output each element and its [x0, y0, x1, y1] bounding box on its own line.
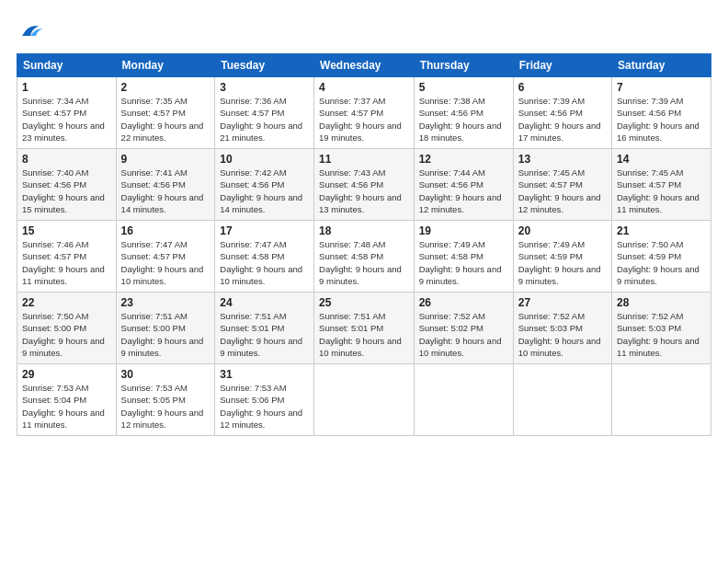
day-number: 5 — [419, 81, 508, 94]
day-number: 14 — [617, 153, 706, 166]
day-info: Sunrise: 7:51 AMSunset: 5:00 PMDaylight:… — [121, 311, 204, 358]
day-number: 25 — [319, 296, 409, 309]
day-info: Sunrise: 7:53 AMSunset: 5:05 PMDaylight:… — [121, 383, 204, 430]
day-number: 1 — [22, 81, 111, 94]
day-number: 17 — [220, 224, 309, 237]
day-info: Sunrise: 7:47 AMSunset: 4:58 PMDaylight:… — [220, 239, 302, 286]
calendar-week-row: 1 Sunrise: 7:34 AMSunset: 4:57 PMDayligh… — [17, 77, 711, 149]
calendar-day-cell: 8 Sunrise: 7:40 AMSunset: 4:56 PMDayligh… — [17, 149, 117, 221]
calendar-day-cell: 21 Sunrise: 7:50 AMSunset: 4:59 PMDaylig… — [612, 221, 711, 293]
day-info: Sunrise: 7:45 AMSunset: 4:57 PMDaylight:… — [617, 167, 700, 214]
day-info: Sunrise: 7:35 AMSunset: 4:57 PMDaylight:… — [121, 96, 204, 143]
day-info: Sunrise: 7:46 AMSunset: 4:57 PMDaylight:… — [22, 239, 105, 286]
calendar-day-cell: 22 Sunrise: 7:50 AMSunset: 5:00 PMDaylig… — [17, 293, 117, 364]
day-info: Sunrise: 7:45 AMSunset: 4:57 PMDaylight:… — [518, 167, 601, 214]
calendar-day-cell: 26 Sunrise: 7:52 AMSunset: 5:02 PMDaylig… — [414, 293, 513, 364]
day-info: Sunrise: 7:48 AMSunset: 4:58 PMDaylight:… — [319, 239, 402, 286]
logo — [17, 17, 48, 44]
day-number: 11 — [319, 153, 409, 166]
calendar-day-cell: 30 Sunrise: 7:53 AMSunset: 5:05 PMDaylig… — [116, 364, 215, 436]
day-number: 29 — [22, 368, 111, 381]
calendar-week-row: 22 Sunrise: 7:50 AMSunset: 5:00 PMDaylig… — [17, 293, 711, 364]
header — [17, 17, 711, 44]
day-info: Sunrise: 7:52 AMSunset: 5:03 PMDaylight:… — [617, 311, 700, 358]
day-number: 10 — [220, 153, 309, 166]
calendar-day-cell: 10 Sunrise: 7:42 AMSunset: 4:56 PMDaylig… — [215, 149, 314, 221]
calendar-day-cell: 17 Sunrise: 7:47 AMSunset: 4:58 PMDaylig… — [215, 221, 314, 293]
calendar-table: SundayMondayTuesdayWednesdayThursdayFrid… — [17, 53, 711, 436]
day-number: 21 — [617, 224, 706, 237]
day-number: 13 — [518, 153, 607, 166]
day-info: Sunrise: 7:40 AMSunset: 4:56 PMDaylight:… — [22, 167, 105, 214]
calendar-day-cell: 13 Sunrise: 7:45 AMSunset: 4:57 PMDaylig… — [513, 149, 611, 221]
day-number: 18 — [319, 224, 409, 237]
day-info: Sunrise: 7:38 AMSunset: 4:56 PMDaylight:… — [419, 96, 502, 143]
day-info: Sunrise: 7:39 AMSunset: 4:56 PMDaylight:… — [518, 96, 601, 143]
calendar-day-cell: 27 Sunrise: 7:52 AMSunset: 5:03 PMDaylig… — [513, 293, 611, 364]
weekday-header-cell: Thursday — [414, 54, 513, 77]
day-info: Sunrise: 7:51 AMSunset: 5:01 PMDaylight:… — [220, 311, 302, 358]
calendar-day-cell: 25 Sunrise: 7:51 AMSunset: 5:01 PMDaylig… — [314, 293, 415, 364]
calendar-day-cell: 3 Sunrise: 7:36 AMSunset: 4:57 PMDayligh… — [215, 77, 314, 149]
calendar-day-cell: 1 Sunrise: 7:34 AMSunset: 4:57 PMDayligh… — [17, 77, 117, 149]
day-info: Sunrise: 7:36 AMSunset: 4:57 PMDaylight:… — [220, 96, 302, 143]
day-number: 28 — [617, 296, 706, 309]
page: SundayMondayTuesdayWednesdayThursdayFrid… — [0, 0, 728, 563]
day-info: Sunrise: 7:41 AMSunset: 4:56 PMDaylight:… — [121, 167, 204, 214]
weekday-header-cell: Sunday — [17, 54, 117, 77]
day-number: 23 — [121, 296, 210, 309]
calendar-day-cell: 19 Sunrise: 7:49 AMSunset: 4:58 PMDaylig… — [414, 221, 513, 293]
calendar-day-cell — [314, 364, 415, 436]
calendar-day-cell: 4 Sunrise: 7:37 AMSunset: 4:57 PMDayligh… — [314, 77, 415, 149]
day-info: Sunrise: 7:53 AMSunset: 5:06 PMDaylight:… — [220, 383, 302, 430]
day-info: Sunrise: 7:51 AMSunset: 5:01 PMDaylight:… — [319, 311, 402, 358]
calendar-day-cell — [612, 364, 711, 436]
calendar-day-cell: 24 Sunrise: 7:51 AMSunset: 5:01 PMDaylig… — [215, 293, 314, 364]
weekday-header-cell: Monday — [116, 54, 215, 77]
day-info: Sunrise: 7:34 AMSunset: 4:57 PMDaylight:… — [22, 96, 105, 143]
calendar-day-cell — [414, 364, 513, 436]
day-number: 8 — [22, 153, 111, 166]
day-number: 4 — [319, 81, 409, 94]
day-number: 24 — [220, 296, 309, 309]
day-info: Sunrise: 7:49 AMSunset: 4:58 PMDaylight:… — [419, 239, 502, 286]
calendar-day-cell: 11 Sunrise: 7:43 AMSunset: 4:56 PMDaylig… — [314, 149, 415, 221]
day-number: 6 — [518, 81, 607, 94]
day-number: 7 — [617, 81, 706, 94]
calendar-day-cell: 9 Sunrise: 7:41 AMSunset: 4:56 PMDayligh… — [116, 149, 215, 221]
calendar-day-cell: 16 Sunrise: 7:47 AMSunset: 4:57 PMDaylig… — [116, 221, 215, 293]
day-info: Sunrise: 7:44 AMSunset: 4:56 PMDaylight:… — [419, 167, 502, 214]
calendar-day-cell: 6 Sunrise: 7:39 AMSunset: 4:56 PMDayligh… — [513, 77, 611, 149]
calendar-day-cell: 2 Sunrise: 7:35 AMSunset: 4:57 PMDayligh… — [116, 77, 215, 149]
day-info: Sunrise: 7:39 AMSunset: 4:56 PMDaylight:… — [617, 96, 700, 143]
calendar-day-cell: 5 Sunrise: 7:38 AMSunset: 4:56 PMDayligh… — [414, 77, 513, 149]
day-number: 22 — [22, 296, 111, 309]
day-number: 15 — [22, 224, 111, 237]
calendar-week-row: 15 Sunrise: 7:46 AMSunset: 4:57 PMDaylig… — [17, 221, 711, 293]
logo-icon — [17, 17, 44, 44]
day-info: Sunrise: 7:50 AMSunset: 5:00 PMDaylight:… — [22, 311, 105, 358]
weekday-header-cell: Tuesday — [215, 54, 314, 77]
day-info: Sunrise: 7:52 AMSunset: 5:02 PMDaylight:… — [419, 311, 502, 358]
calendar-day-cell: 7 Sunrise: 7:39 AMSunset: 4:56 PMDayligh… — [612, 77, 711, 149]
calendar-week-row: 8 Sunrise: 7:40 AMSunset: 4:56 PMDayligh… — [17, 149, 711, 221]
calendar-day-cell — [513, 364, 611, 436]
calendar-day-cell: 20 Sunrise: 7:49 AMSunset: 4:59 PMDaylig… — [513, 221, 611, 293]
day-info: Sunrise: 7:53 AMSunset: 5:04 PMDaylight:… — [22, 383, 105, 430]
day-number: 16 — [121, 224, 210, 237]
day-info: Sunrise: 7:50 AMSunset: 4:59 PMDaylight:… — [617, 239, 700, 286]
weekday-header-cell: Friday — [513, 54, 611, 77]
day-number: 20 — [518, 224, 607, 237]
calendar-day-cell: 29 Sunrise: 7:53 AMSunset: 5:04 PMDaylig… — [17, 364, 117, 436]
calendar-week-row: 29 Sunrise: 7:53 AMSunset: 5:04 PMDaylig… — [17, 364, 711, 436]
day-info: Sunrise: 7:43 AMSunset: 4:56 PMDaylight:… — [319, 167, 402, 214]
calendar-body: 1 Sunrise: 7:34 AMSunset: 4:57 PMDayligh… — [17, 77, 711, 436]
day-number: 26 — [419, 296, 508, 309]
day-number: 2 — [121, 81, 210, 94]
calendar-day-cell: 23 Sunrise: 7:51 AMSunset: 5:00 PMDaylig… — [116, 293, 215, 364]
calendar-day-cell: 28 Sunrise: 7:52 AMSunset: 5:03 PMDaylig… — [612, 293, 711, 364]
day-number: 12 — [419, 153, 508, 166]
day-number: 3 — [220, 81, 309, 94]
day-number: 30 — [121, 368, 210, 381]
day-number: 19 — [419, 224, 508, 237]
